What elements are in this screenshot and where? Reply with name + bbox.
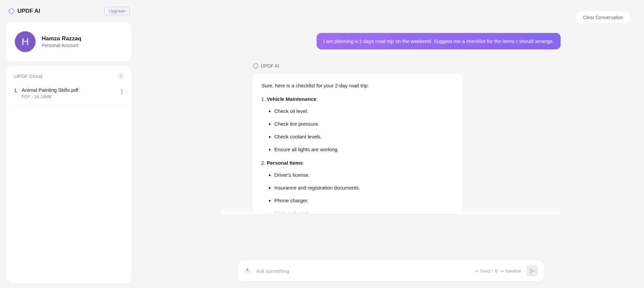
chat-area: I am planning a 2 days road trip on the … [221,33,561,256]
send-icon [529,268,535,274]
list-item: Phone charger. [274,197,454,205]
list-item: Check tire pressure. [274,120,454,128]
sparkle-icon[interactable] [244,268,251,274]
file-name: Animal Painting Skills.pdf [22,87,78,93]
list-item: Ensure all lights are working. [274,146,454,154]
ai-intro: Sure, here is a checklist for your 2-day… [261,82,454,90]
list-item: Insurance and registration documents. [274,184,454,192]
sidebar-header: UPDF AI Upgrade [7,5,131,17]
ai-name: UPDF AI [261,63,279,69]
file-details: Animal Painting Skills.pdf PDF · 18.19MB [22,87,78,99]
section-title: Vehicle Maintenance [267,96,316,102]
section-title: Personal Items [267,160,303,166]
ai-checklist: Vehicle Maintenance: Check oil level. Ch… [261,95,454,214]
input-hints: Send / Newline [474,269,521,274]
list-item: Check coolant levels. [274,133,454,141]
cloud-title: UPDF Cloud [14,73,42,79]
main-header: Clear Conversation [151,11,631,24]
updf-logo-icon [253,63,259,69]
user-name: Hamza Razzaq [42,35,81,42]
updf-logo-icon [8,8,15,14]
list-item: Check oil level. [274,107,454,115]
user-message: I am planning a 2 days road trip on the … [317,33,561,49]
input-bar: Send / Newline [238,260,544,281]
more-options-icon[interactable] [120,87,124,96]
sidebar: UPDF AI Upgrade H Hamza Razzaq Personal … [0,0,138,288]
file-meta: PDF · 18.19MB [22,94,78,99]
file-index: 1. [14,87,18,99]
checklist-section: Vehicle Maintenance: Check oil level. Ch… [267,95,454,154]
upgrade-button[interactable]: Upgrade [104,7,130,15]
user-info: Hamza Razzaq Personal Account [42,35,81,48]
ai-label: UPDF AI [253,63,561,69]
hint-separator: / [491,269,493,274]
checklist-section: Personal Items: Driver's license. Insura… [267,159,454,214]
app-name: UPDF AI [17,8,40,14]
list-item: Driver's license. [274,171,454,179]
clear-conversation-button[interactable]: Clear Conversation [575,11,631,24]
ai-message: Sure, here is a checklist for your 2-day… [253,74,462,214]
enter-key-icon [500,269,504,273]
cloud-header: UPDF Cloud [13,73,125,79]
file-left: 1. Animal Painting Skills.pdf PDF · 18.1… [14,87,78,99]
logo-area: UPDF AI [8,8,40,14]
account-type: Personal Account [42,43,81,48]
newline-hint: Newline [506,269,521,274]
avatar: H [15,31,36,52]
add-file-icon[interactable] [118,73,124,79]
user-card[interactable]: H Hamza Razzaq Personal Account [7,22,131,61]
send-button[interactable] [526,265,538,277]
cloud-card: UPDF Cloud 1. Animal Painting Skills.pdf… [7,66,131,283]
ask-input[interactable] [256,268,469,274]
file-item[interactable]: 1. Animal Painting Skills.pdf PDF · 18.1… [13,84,125,106]
shift-key-icon [494,269,498,273]
main-panel: Clear Conversation I am planning a 2 day… [138,0,644,288]
section-items: Check oil level. Check tire pressure. Ch… [267,107,454,154]
send-hint: Send [480,269,490,274]
enter-key-icon [474,269,479,273]
